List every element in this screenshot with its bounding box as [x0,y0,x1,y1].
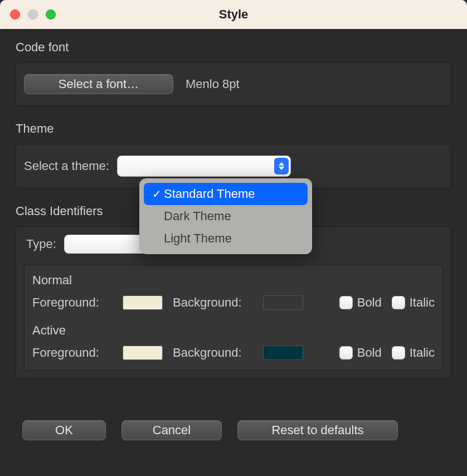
window-titlebar: Style [0,0,467,29]
theme-dropdown[interactable] [117,156,291,177]
normal-style-row: Foreground: Background: Bold Italic [32,295,435,310]
normal-bold-checkbox[interactable]: Bold [339,295,382,310]
maximize-window-button[interactable] [46,9,56,20]
theme-option-standard[interactable]: ✓ Standard Theme [144,183,308,205]
normal-background-label: Background: [173,295,256,310]
active-title: Active [32,323,435,338]
active-foreground-swatch[interactable] [123,346,163,360]
normal-foreground-swatch[interactable] [123,295,163,310]
checkbox-box [339,296,353,309]
active-background-swatch[interactable] [263,346,303,360]
theme-option-light[interactable]: Light Theme [144,227,308,250]
dropdown-stepper-icon [274,158,289,174]
cancel-button[interactable]: Cancel [121,420,222,440]
code-font-section-label: Code font [16,40,451,55]
active-italic-checkbox[interactable]: Italic [392,346,435,360]
active-background-label: Background: [173,346,256,360]
theme-option-label: Standard Theme [164,187,255,201]
select-theme-label: Select a theme: [24,159,109,173]
active-bold-checkbox[interactable]: Bold [339,346,382,360]
current-font-display: Menlo 8pt [186,77,240,91]
close-window-button[interactable] [10,9,20,20]
type-label: Type: [26,237,56,251]
theme-section-label: Theme [16,122,451,136]
normal-background-swatch[interactable] [263,295,303,310]
dialog-buttons: OK Cancel Reset to defaults [22,420,400,440]
normal-title: Normal [32,273,435,288]
active-style-row: Foreground: Background: Bold Italic [32,346,435,360]
theme-option-label: Light Theme [164,231,232,246]
normal-foreground-label: Foreground: [32,295,116,310]
ok-button[interactable]: OK [22,420,106,440]
checkbox-box [392,346,405,360]
theme-option-dark[interactable]: Dark Theme [144,205,308,227]
check-icon: ✓ [149,187,164,201]
normal-italic-label: Italic [410,295,435,310]
window-title: Style [0,7,467,22]
checkbox-box [392,296,405,309]
code-font-group: Select a font… Menlo 8pt [16,62,451,106]
reset-button[interactable]: Reset to defaults [237,420,398,440]
normal-bold-label: Bold [357,295,382,310]
active-foreground-label: Foreground: [32,346,116,360]
normal-italic-checkbox[interactable]: Italic [392,295,435,310]
theme-option-label: Dark Theme [164,209,231,224]
window-controls [10,9,56,20]
class-style-subgroup: Normal Foreground: Background: Bold Ital… [24,265,443,371]
select-font-button[interactable]: Select a font… [24,74,173,94]
active-bold-label: Bold [357,346,382,360]
theme-popup-menu: ✓ Standard Theme Dark Theme Light Theme [139,178,312,254]
checkbox-box [339,346,353,360]
style-panel: Code font Select a font… Menlo 8pt Theme… [0,29,467,476]
active-italic-label: Italic [410,346,435,360]
minimize-window-button[interactable] [28,9,38,20]
